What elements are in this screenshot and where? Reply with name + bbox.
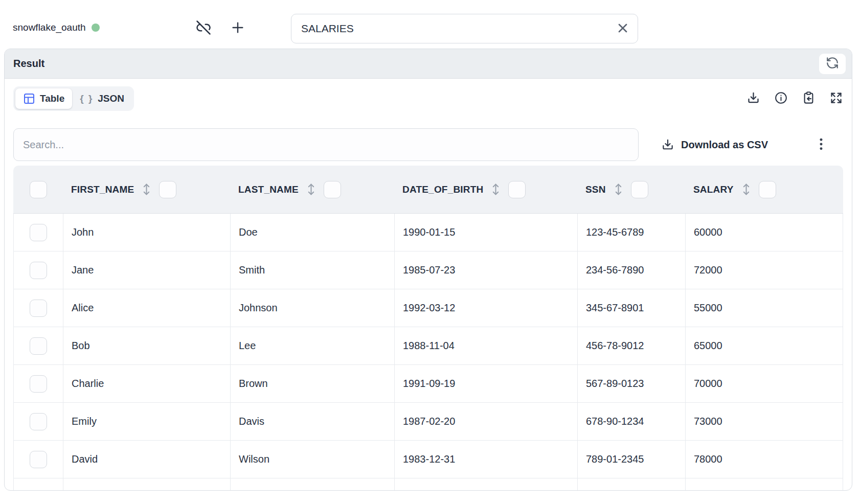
row-select-cell bbox=[13, 251, 63, 289]
table-cell: 456-78-9012 bbox=[578, 327, 686, 365]
download-icon bbox=[746, 91, 760, 106]
table-cell: David bbox=[63, 441, 231, 478]
connection-status-dot bbox=[92, 24, 100, 32]
select-all-cell bbox=[13, 166, 63, 214]
row-select-cell bbox=[13, 289, 63, 327]
table-cell: Smith bbox=[231, 251, 395, 289]
result-table-container: FIRST_NAME LAST_NAME DATE_OF_BIRTH bbox=[13, 166, 843, 491]
row-select-cell bbox=[13, 365, 63, 403]
tab-json-label: JSON bbox=[98, 93, 124, 104]
panel-title: Result bbox=[13, 58, 44, 70]
tab-table[interactable]: Table bbox=[15, 88, 72, 109]
result-panel: Result Table bbox=[4, 49, 852, 491]
column-checkbox[interactable] bbox=[508, 181, 526, 198]
table-cell: 1990-01-15 bbox=[395, 214, 578, 251]
column-label: FIRST_NAME bbox=[71, 184, 134, 195]
table-cell bbox=[686, 478, 843, 491]
row-select-cell bbox=[13, 441, 63, 478]
info-button[interactable] bbox=[774, 91, 788, 106]
row-checkbox[interactable] bbox=[30, 413, 47, 430]
row-select-cell bbox=[13, 327, 63, 365]
table-cell: Davis bbox=[231, 403, 395, 441]
table-cell: Charlie bbox=[63, 365, 231, 403]
table-cell: Emily bbox=[63, 403, 231, 441]
column-header-salary[interactable]: SALARY bbox=[686, 166, 843, 214]
table-cell: 678-90-1234 bbox=[578, 403, 686, 441]
table-cell bbox=[578, 478, 686, 491]
download-button[interactable] bbox=[746, 91, 760, 106]
select-all-checkbox[interactable] bbox=[30, 181, 47, 198]
table-body: JohnDoe1990-01-15123-45-678960000JaneSmi… bbox=[13, 214, 843, 491]
table-cell bbox=[395, 478, 578, 491]
download-csv-button[interactable]: Download as CSV bbox=[661, 138, 768, 151]
column-label: DATE_OF_BIRTH bbox=[402, 184, 483, 195]
table-cell: 1983-12-31 bbox=[395, 441, 578, 478]
table-cell: Wilson bbox=[231, 441, 395, 478]
row-checkbox[interactable] bbox=[30, 337, 47, 355]
table-row: JohnDoe1990-01-15123-45-678960000 bbox=[13, 214, 843, 251]
sort-icon[interactable] bbox=[490, 182, 501, 196]
table-cell: 1988-11-04 bbox=[395, 327, 578, 365]
unlink-icon bbox=[196, 20, 211, 37]
sort-icon[interactable] bbox=[306, 182, 316, 196]
table-cell: 72000 bbox=[686, 251, 843, 289]
table-row: DavidWilson1983-12-31789-01-234578000 bbox=[13, 441, 843, 478]
table-grid-icon bbox=[23, 93, 35, 105]
row-checkbox[interactable] bbox=[30, 451, 47, 468]
table-row: BobLee1988-11-04456-78-901265000 bbox=[13, 327, 843, 365]
table-toolbar: Download as CSV bbox=[13, 128, 843, 161]
tab-table-label: Table bbox=[40, 93, 64, 104]
column-label: SSN bbox=[585, 184, 606, 195]
plus-icon bbox=[230, 19, 246, 37]
more-options-button[interactable] bbox=[813, 135, 829, 154]
sort-icon[interactable] bbox=[141, 182, 152, 196]
table-cell: 234-56-7890 bbox=[578, 251, 686, 289]
column-label: LAST_NAME bbox=[238, 184, 299, 195]
row-checkbox[interactable] bbox=[30, 375, 47, 393]
clear-table-name-button[interactable] bbox=[615, 20, 631, 37]
search-input[interactable] bbox=[13, 128, 639, 161]
row-select-cell bbox=[13, 214, 63, 251]
sort-icon[interactable] bbox=[741, 182, 752, 196]
add-query-button[interactable] bbox=[229, 19, 246, 37]
column-checkbox[interactable] bbox=[759, 181, 776, 198]
column-header-date-of-birth[interactable]: DATE_OF_BIRTH bbox=[395, 166, 578, 214]
table-cell: Bob bbox=[63, 327, 231, 365]
tab-json[interactable]: { } JSON bbox=[72, 88, 132, 109]
table-cell: 73000 bbox=[686, 403, 843, 441]
expand-icon bbox=[829, 91, 843, 106]
table-row: EmilyDavis1987-02-20678-90-123473000 bbox=[13, 403, 843, 441]
row-checkbox[interactable] bbox=[30, 300, 47, 317]
column-header-ssn[interactable]: SSN bbox=[578, 166, 686, 214]
row-checkbox[interactable] bbox=[30, 262, 47, 279]
table-name-field bbox=[291, 14, 638, 43]
table-name-input[interactable] bbox=[291, 14, 638, 43]
table-cell: 567-89-0123 bbox=[578, 365, 686, 403]
refresh-button[interactable] bbox=[819, 54, 846, 74]
table-cell: 1987-02-20 bbox=[395, 403, 578, 441]
column-checkbox[interactable] bbox=[159, 181, 176, 198]
row-checkbox[interactable] bbox=[30, 224, 47, 241]
kebab-menu-icon bbox=[814, 136, 828, 153]
table-cell bbox=[231, 478, 395, 491]
table-cell: Lee bbox=[231, 327, 395, 365]
column-header-first-name[interactable]: FIRST_NAME bbox=[63, 166, 231, 214]
top-toolbar: snowflake_oauth bbox=[0, 0, 860, 49]
table-cell: 1991-09-19 bbox=[395, 365, 578, 403]
table-cell: 345-67-8901 bbox=[578, 289, 686, 327]
connection-indicator[interactable]: snowflake_oauth bbox=[13, 22, 100, 33]
fullscreen-button[interactable] bbox=[829, 91, 843, 106]
view-controls-row: Table { } JSON bbox=[13, 86, 843, 111]
table-row-partial bbox=[13, 478, 843, 491]
table-cell: 60000 bbox=[686, 214, 843, 251]
copy-to-clipboard-button[interactable] bbox=[801, 91, 816, 106]
sort-icon[interactable] bbox=[613, 182, 624, 196]
download-icon bbox=[661, 138, 674, 151]
column-checkbox[interactable] bbox=[324, 181, 341, 198]
refresh-icon bbox=[826, 56, 839, 71]
table-cell: 123-45-6789 bbox=[578, 214, 686, 251]
column-header-last-name[interactable]: LAST_NAME bbox=[231, 166, 395, 214]
disconnect-button[interactable] bbox=[195, 19, 212, 37]
column-checkbox[interactable] bbox=[631, 181, 648, 198]
table-cell: 55000 bbox=[686, 289, 843, 327]
